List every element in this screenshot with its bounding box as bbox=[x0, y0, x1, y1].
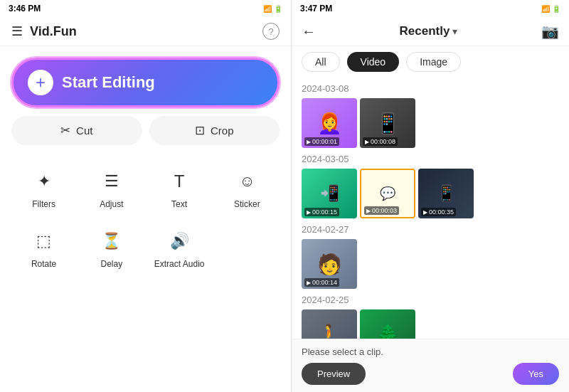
camera-button[interactable]: 📷 bbox=[541, 23, 559, 40]
sticker-tool[interactable]: ☺ Sticker bbox=[215, 159, 280, 216]
extract-audio-icon: 🔊 bbox=[164, 226, 194, 256]
play-icon: ▶ bbox=[366, 208, 371, 214]
date-group-2024-02-25: 2024-02-25 🚶 🌲 bbox=[302, 295, 559, 339]
extract-audio-tool[interactable]: 🔊 Extract Audio bbox=[147, 219, 212, 276]
text-icon: T bbox=[164, 166, 194, 196]
time-right: 3:47 PM bbox=[300, 4, 332, 14]
bottom-actions: Preview Yes bbox=[302, 363, 559, 385]
thumbnails-row-3: 🧑 ▶ 00:00:14 bbox=[302, 239, 559, 289]
text-label: Text bbox=[171, 199, 187, 209]
play-icon: ▶ bbox=[307, 209, 311, 216]
thumbnail-v1[interactable]: 👩‍🦰 ▶ 00:00:01 bbox=[302, 98, 357, 148]
tools-grid: ✦ Filters ☰ Adjust T Text ☺ Sticker ⬚ Ro… bbox=[0, 154, 291, 282]
text-tool[interactable]: T Text bbox=[147, 159, 212, 216]
delay-icon: ⏳ bbox=[97, 226, 127, 256]
left-panel: 3:46 PM 📶 🔋 ☰ Vid.Fun ? + Start Editing … bbox=[0, 0, 292, 392]
play-icon: ▶ bbox=[423, 209, 427, 216]
crop-icon: ⊡ bbox=[195, 123, 205, 138]
date-group-2024-03-08: 2024-03-08 👩‍🦰 ▶ 00:00:01 📱 bbox=[302, 83, 559, 148]
thumb-duration-v3: ▶ 00:00:15 bbox=[304, 208, 339, 216]
filters-tool[interactable]: ✦ Filters bbox=[11, 159, 76, 216]
chevron-down-icon: ▾ bbox=[452, 26, 457, 37]
cut-button[interactable]: ✂ Cut bbox=[11, 116, 142, 145]
start-editing-button[interactable]: + Start Editing bbox=[11, 58, 280, 107]
start-editing-label: Start Editing bbox=[62, 73, 155, 92]
hamburger-menu[interactable]: ☰ bbox=[11, 23, 23, 39]
adjust-label: Adjust bbox=[100, 199, 123, 209]
right-header: ← Recently ▾ 📷 bbox=[292, 17, 569, 46]
app-title: Vid.Fun bbox=[30, 24, 77, 39]
recently-label: Recently bbox=[400, 24, 450, 38]
plus-circle: + bbox=[28, 70, 53, 95]
thumbnail-v6[interactable]: 🧑 ▶ 00:00:14 bbox=[302, 239, 357, 289]
thumbnails-row-2: 📲 ▶ 00:00:15 💬 ▶ 00:00:03 bbox=[302, 169, 559, 218]
filters-icon: ✦ bbox=[29, 166, 59, 196]
delay-label: Delay bbox=[101, 259, 123, 269]
thumbnail-v5[interactable]: 📱 ▶ 00:00:35 bbox=[418, 169, 474, 218]
filter-tabs: All Video Image bbox=[292, 46, 569, 78]
rotate-icon: ⬚ bbox=[29, 226, 59, 256]
gallery-scroll[interactable]: 2024-03-08 👩‍🦰 ▶ 00:00:01 📱 bbox=[292, 78, 569, 339]
delay-tool[interactable]: ⏳ Delay bbox=[79, 219, 144, 276]
date-label-4: 2024-02-25 bbox=[302, 295, 559, 305]
right-panel: 3:47 PM 📶 🔋 ← Recently ▾ 📷 All Video Ima… bbox=[292, 0, 569, 392]
sticker-icon: ☺ bbox=[232, 166, 262, 196]
play-icon: ▶ bbox=[307, 139, 311, 145]
recently-dropdown[interactable]: Recently ▾ bbox=[400, 24, 458, 38]
time-left: 3:46 PM bbox=[9, 4, 41, 14]
thumb-duration-v4: ▶ 00:00:03 bbox=[364, 206, 399, 215]
rotate-tool[interactable]: ⬚ Rotate bbox=[11, 219, 76, 276]
date-group-2024-03-05: 2024-03-05 📲 ▶ 00:00:15 💬 ▶ bbox=[302, 154, 559, 218]
help-button[interactable]: ? bbox=[262, 23, 280, 40]
select-clip-text: Please select a clip. bbox=[302, 346, 559, 357]
status-bar-left: 3:46 PM 📶 🔋 bbox=[0, 0, 291, 17]
adjust-icon: ☰ bbox=[97, 166, 127, 196]
sticker-label: Sticker bbox=[234, 199, 260, 209]
crop-button[interactable]: ⊡ Crop bbox=[149, 116, 280, 145]
cut-label: Cut bbox=[76, 125, 92, 137]
back-button[interactable]: ← bbox=[302, 23, 316, 40]
yes-button[interactable]: Yes bbox=[513, 363, 559, 385]
scissors-icon: ✂ bbox=[60, 123, 70, 138]
bottom-bar: Please select a clip. Preview Yes bbox=[292, 339, 569, 392]
thumbnail-v4[interactable]: 💬 ▶ 00:00:03 bbox=[360, 169, 415, 218]
extract-audio-label: Extract Audio bbox=[154, 259, 205, 269]
thumbnails-row-4: 🚶 🌲 bbox=[302, 309, 559, 339]
preview-button[interactable]: Preview bbox=[302, 363, 366, 385]
quick-actions: ✂ Cut ⊡ Crop bbox=[0, 116, 291, 154]
play-icon: ▶ bbox=[365, 139, 369, 145]
thumb-duration-v2: ▶ 00:00:08 bbox=[363, 137, 398, 146]
date-label-3: 2024-02-27 bbox=[302, 224, 559, 235]
crop-label: Crop bbox=[211, 125, 234, 137]
thumbnail-v8[interactable]: 🌲 bbox=[360, 309, 415, 339]
thumbnail-v2[interactable]: 📱 ▶ 00:00:08 bbox=[360, 98, 415, 148]
app-header: ☰ Vid.Fun ? bbox=[0, 17, 291, 46]
date-label-1: 2024-03-08 bbox=[302, 83, 559, 94]
thumb-duration-v6: ▶ 00:00:14 bbox=[304, 278, 339, 287]
rotate-label: Rotate bbox=[31, 259, 56, 269]
status-icons-right: 📶 🔋 bbox=[541, 5, 560, 13]
thumbnail-v7[interactable]: 🚶 bbox=[302, 309, 357, 339]
date-group-2024-02-27: 2024-02-27 🧑 ▶ 00:00:14 bbox=[302, 224, 559, 289]
date-label-2: 2024-03-05 bbox=[302, 154, 559, 164]
tab-image[interactable]: Image bbox=[406, 52, 461, 72]
app-header-left: ☰ Vid.Fun bbox=[11, 23, 77, 39]
status-icons-left: 📶 🔋 bbox=[263, 5, 282, 13]
thumb-duration-v5: ▶ 00:00:35 bbox=[421, 208, 456, 216]
tab-all[interactable]: All bbox=[302, 52, 340, 72]
adjust-tool[interactable]: ☰ Adjust bbox=[79, 159, 144, 216]
filters-label: Filters bbox=[32, 199, 55, 209]
thumbnails-row-1: 👩‍🦰 ▶ 00:00:01 📱 ▶ 00:00:08 bbox=[302, 98, 559, 148]
status-bar-right: 3:47 PM 📶 🔋 bbox=[292, 0, 569, 17]
thumb-duration-v1: ▶ 00:00:01 bbox=[304, 137, 339, 146]
thumbnail-v3[interactable]: 📲 ▶ 00:00:15 bbox=[302, 169, 357, 218]
tab-video[interactable]: Video bbox=[347, 52, 400, 72]
play-icon: ▶ bbox=[307, 280, 311, 286]
